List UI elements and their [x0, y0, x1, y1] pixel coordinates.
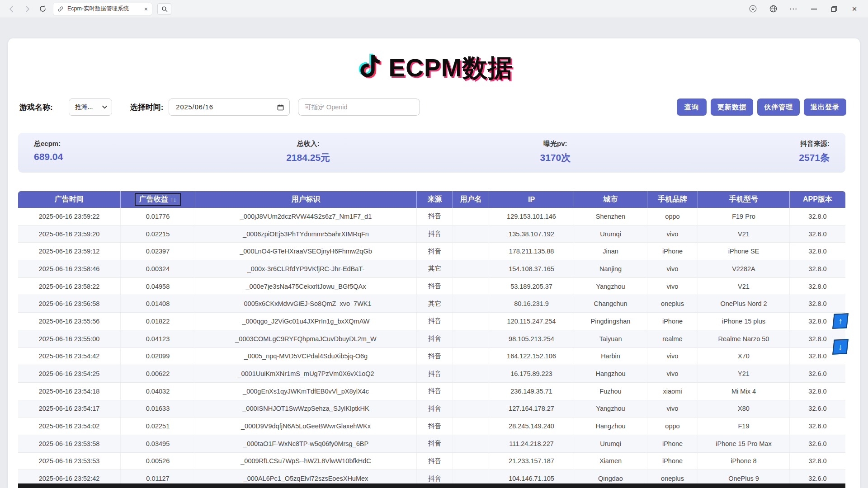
cell-phone-model: F19 [698, 418, 790, 435]
cell-user-openid: _0006zpiOEj53PhTYdnmmr55ahrXIMRqFn [195, 225, 417, 243]
search-button[interactable] [157, 3, 171, 15]
sort-revenue-control[interactable]: 广告收益↑↓ [135, 193, 181, 206]
cell-ad-revenue: 0.02397 [121, 243, 195, 260]
cell-username [453, 400, 489, 418]
download-icon[interactable] [748, 5, 757, 14]
cell-ad-time: 2025-06-16 23:58:46 [18, 260, 121, 278]
sort-label: 广告收益 [139, 195, 168, 204]
action-buttons: 查询 更新数据 伙伴管理 退出登录 [677, 99, 846, 116]
cell-ip: 21.233.157.187 [489, 453, 574, 470]
column-header-ad-revenue[interactable]: 广告收益↑↓ [121, 191, 195, 208]
stat-douyin-source: 抖音来源: 2571条 [775, 140, 830, 166]
cell-ad-revenue: 0.02099 [121, 348, 195, 366]
cell-city: Yangzhou [574, 278, 647, 296]
cell-user-openid: _000gEnXs1qyJWKmTdfEB0vVl_pX8ylX4c [195, 383, 417, 400]
cell-ad-revenue: 0.00526 [121, 453, 195, 470]
cell-source: 抖音 [417, 365, 453, 383]
game-select[interactable]: 抢滩... [69, 99, 112, 116]
horizontal-scrollbar[interactable] [18, 483, 845, 488]
tab-close-icon[interactable]: × [144, 6, 148, 12]
tab-title: Ecpm-实时数据管理系统 [67, 5, 141, 13]
cell-ip: 120.115.247.254 [489, 313, 574, 330]
stat-value: 2571条 [775, 151, 830, 164]
browser-chrome: Ecpm-实时数据管理系统 × ⋯ × [0, 0, 868, 18]
cell-ip: 135.38.107.192 [489, 225, 574, 243]
cell-phone-brand: iPhone [647, 243, 698, 260]
scroll-to-bottom-button[interactable]: ↓ [832, 339, 849, 355]
date-value: 2025/06/16 [176, 103, 213, 111]
cell-user-openid: _0005_npq-MVD5VCPdal4SduXib5jq-O6g [195, 348, 417, 366]
menu-ellipsis-icon[interactable]: ⋯ [789, 5, 798, 14]
partner-manage-button[interactable]: 伙伴管理 [757, 99, 800, 116]
cell-username [453, 365, 489, 383]
scroll-to-top-button[interactable]: ↑ [832, 313, 849, 329]
cell-phone-brand: vivo [647, 348, 698, 366]
column-header-username: 用户名 [453, 191, 489, 208]
table-body: 2025-06-16 23:59:220.01776_000jJ8VUm2dcz… [18, 208, 845, 488]
arrow-down-icon: ↓ [838, 342, 843, 352]
refresh-icon[interactable] [38, 5, 47, 14]
cell-username [453, 225, 489, 243]
tiktok-note-icon [355, 52, 383, 84]
cell-city: Nanjing [574, 260, 647, 278]
cell-app-version: 32.8.0 [790, 295, 845, 313]
table-row: 2025-06-16 23:53:580.03495_000taO1F-WxNc… [18, 435, 845, 453]
table-row: 2025-06-16 23:58:460.00324_000x-3r6CLRfd… [18, 260, 845, 278]
cell-phone-model: iPhone 8 [698, 453, 790, 470]
link-icon [57, 6, 64, 12]
openid-input[interactable] [298, 99, 420, 116]
column-header-ip: IP [489, 191, 574, 208]
date-input[interactable]: 2025/06/16 [169, 99, 290, 116]
back-icon[interactable] [7, 5, 16, 14]
query-button[interactable]: 查询 [677, 99, 707, 116]
stat-value: 2184.25元 [281, 151, 335, 164]
minimize-icon[interactable] [809, 5, 818, 14]
update-data-button[interactable]: 更新数据 [711, 99, 753, 116]
globe-icon[interactable] [769, 5, 778, 14]
cell-user-openid: _000taO1F-WxNc8TP-w5q06fy0Mrsg_6BP [195, 435, 417, 453]
table-row: 2025-06-16 23:54:420.02099_0005_npq-MVD5… [18, 348, 845, 366]
cell-ad-time: 2025-06-16 23:56:58 [18, 295, 121, 313]
cell-ad-revenue: 0.00324 [121, 260, 195, 278]
cell-source: 其它 [417, 295, 453, 313]
search-icon [161, 6, 168, 12]
column-header-phone-brand: 手机品牌 [647, 191, 698, 208]
cell-app-version: 32.6.0 [790, 435, 845, 453]
ecpm-data-table: 广告时间广告收益↑↓用户标识来源用户名IP城市手机品牌手机型号APP版本 202… [18, 191, 845, 488]
cell-username [453, 208, 489, 225]
cell-ip: 111.24.218.227 [489, 435, 574, 453]
cell-ad-revenue: 0.01776 [121, 208, 195, 225]
calendar-icon[interactable] [277, 104, 284, 111]
address-tab[interactable]: Ecpm-实时数据管理系统 × [53, 3, 152, 15]
cell-username [453, 243, 489, 260]
table-row: 2025-06-16 23:54:180.04032_000gEnXs1qyJW… [18, 383, 845, 400]
cell-ad-revenue: 0.01408 [121, 295, 195, 313]
cell-ad-time: 2025-06-16 23:54:25 [18, 365, 121, 383]
stat-total-ecpm: 总ecpm: 689.04 [34, 140, 88, 166]
cell-source: 抖音 [417, 348, 453, 366]
cell-ad-time: 2025-06-16 23:53:58 [18, 435, 121, 453]
close-window-icon[interactable]: × [850, 5, 859, 14]
cell-ad-time: 2025-06-16 23:54:17 [18, 400, 121, 418]
cell-ad-time: 2025-06-16 23:59:12 [18, 243, 121, 260]
logout-button[interactable]: 退出登录 [804, 99, 846, 116]
stat-label: 总ecpm: [34, 140, 88, 148]
cell-ad-revenue: 0.01633 [121, 400, 195, 418]
restore-window-icon[interactable] [830, 5, 839, 14]
cell-city: Shenzhen [574, 208, 647, 225]
summary-stats-bar: 总ecpm: 689.04 总收入: 2184.25元 曝光pv: 3170次 … [18, 133, 845, 173]
cell-phone-model: Realme Narzo 50 [698, 330, 790, 348]
cell-city: Pingdingshan [574, 313, 647, 330]
cell-city: Jinan [574, 243, 647, 260]
arrow-up-icon: ↑ [838, 316, 843, 326]
table-row: 2025-06-16 23:59:120.02397_000LnO4-GTeHX… [18, 243, 845, 260]
cell-username [453, 383, 489, 400]
cell-source: 抖音 [417, 225, 453, 243]
cell-user-openid: _000jJ8VUm2dczRVW44S2s6z7_Nm1F7_d1 [195, 208, 417, 225]
cell-ip: 16.175.89.223 [489, 365, 574, 383]
cell-username [453, 348, 489, 366]
sort-arrows-icon: ↑↓ [170, 196, 176, 203]
forward-icon[interactable] [23, 5, 32, 14]
cell-phone-model: Y21 [698, 365, 790, 383]
cell-app-version: 32.8.0 [790, 383, 845, 400]
